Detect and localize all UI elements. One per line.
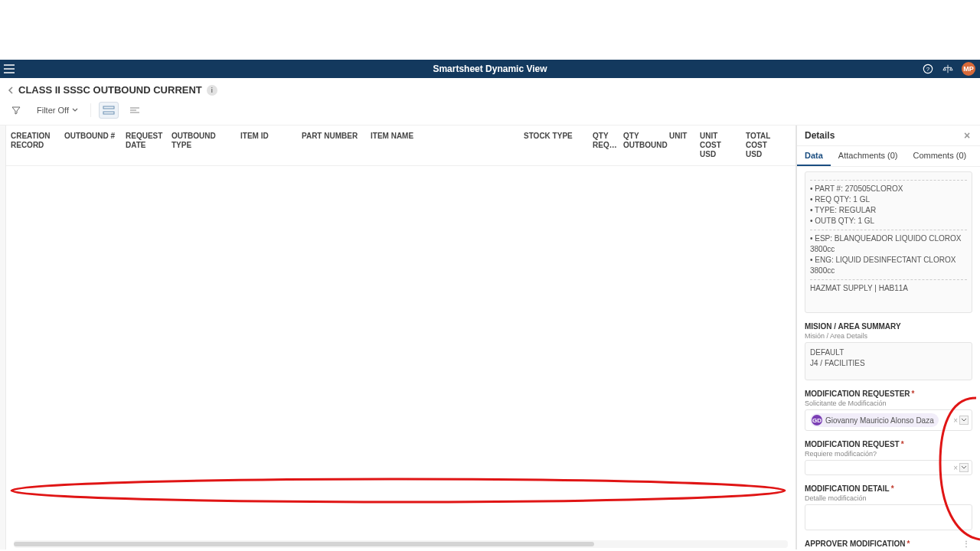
col-qty-req[interactable]: QTY REQ… [588,130,619,152]
dropdown-toggle[interactable] [959,463,969,472]
toolbar-divider [90,103,91,117]
avatar[interactable]: MP [962,62,975,76]
kebab-icon[interactable]: ⋮ [962,540,971,548]
col-part-number[interactable]: PART NUMBER [297,130,366,142]
col-unit[interactable]: UNIT [665,130,695,142]
tab-comments[interactable]: Comments (0) [905,146,974,166]
grid-body[interactable] [6,166,795,549]
horizontal-scrollbar[interactable] [14,540,788,548]
mod-requester-field[interactable]: GD Giovanny Mauricio Alonso Daza × [805,409,972,431]
summary-line: • REQ QTY: 1 GL [810,194,967,205]
details-tabs: Data Attachments (0) Comments (0) [797,146,980,167]
filter-label: Filter Off [37,106,69,115]
summary-line: • PART #: 270505CLOROX [810,184,967,194]
toolbar: Filter Off [0,99,980,126]
details-panel: Details × Data Attachments (0) Comments … [796,126,980,549]
svg-rect-3 [103,112,114,114]
col-stock-type[interactable]: STOCK TYPE [519,130,588,142]
summary-hazmat: HAZMAT SUPPLY | HAB11A [810,283,967,294]
clear-icon[interactable]: × [953,464,958,472]
mision-sublabel: Misión / Area Details [805,332,972,340]
mision-line2: J4 / FACILITIES [810,358,967,369]
details-header: Details × [797,126,980,146]
mod-detail-sublabel: Detalle modificación [805,494,972,502]
view-title-row: CLASS II SSSC OUTBOUND CURRENT i [0,78,980,99]
chip-avatar: GD [812,415,822,425]
approver-label: APPROVER MODIFICATION* ⋮ [805,540,972,548]
svg-text:?: ? [926,66,930,73]
clear-icon[interactable]: × [953,416,958,425]
top-spacer [0,0,980,60]
chevron-left-icon[interactable] [8,86,15,94]
mod-requester-sublabel: Solicitante de Modificación [805,399,972,407]
summary-desc-en: • ENG: LIQUID DESINFECTANT CLOROX 3800cc [810,255,967,276]
left-rail [0,126,6,549]
details-body[interactable]: • PART #: 270505CLOROX • REQ QTY: 1 GL •… [797,167,980,549]
scale-icon[interactable] [942,63,954,75]
mod-detail-label: MODIFICATION DETAIL* [805,484,972,493]
filter-toggle[interactable]: Filter Off [32,104,83,116]
summary-line: • TYPE: REGULAR [810,205,967,216]
help-icon[interactable]: ? [922,63,934,75]
app-header: Smartsheet Dynamic View ? MP [0,60,980,78]
grid-area: CREATION RECORD OUTBOUND # REQUEST DATE … [6,126,796,549]
grid-header-row: CREATION RECORD OUTBOUND # REQUEST DATE … [6,126,795,166]
summary-desc-es: • ESP: BLANQUEADOR LIQUIDO CLOROX 3800cc [810,233,967,255]
scrollbar-thumb[interactable] [14,542,594,546]
mod-request-label: MODIFICATION REQUEST* [805,440,972,448]
col-request-date[interactable]: REQUEST DATE [121,130,167,152]
col-outbound-number[interactable]: OUTBOUND # [60,130,121,142]
summary-box: • PART #: 270505CLOROX • REQ QTY: 1 GL •… [805,171,972,313]
mision-box: DEFAULT J4 / FACILITIES [805,342,972,380]
mod-request-field[interactable]: × [805,460,972,475]
mod-detail-field[interactable] [805,504,972,530]
filter-icon[interactable] [8,102,24,119]
wrap-text-button[interactable] [126,102,143,119]
col-qty-outbound[interactable]: QTY OUTBOUND [619,130,665,152]
mision-label: MISION / AREA SUMMARY [805,322,972,331]
tab-attachments[interactable]: Attachments (0) [831,146,906,166]
col-unit-cost[interactable]: UNIT COST USD [695,130,741,161]
details-title: Details [805,130,835,141]
contact-chip[interactable]: GD Giovanny Mauricio Alonso Daza [810,413,939,427]
mod-request-sublabel: Requiere modificación? [805,450,972,458]
hamburger-menu-icon[interactable] [0,60,18,78]
mision-line1: DEFAULT [810,347,967,358]
row-height-button[interactable] [99,102,119,119]
main: CREATION RECORD OUTBOUND # REQUEST DATE … [0,126,980,549]
info-icon[interactable]: i [207,85,217,96]
chip-name: Giovanny Mauricio Alonso Daza [825,416,934,425]
dropdown-toggle[interactable] [959,416,969,425]
summary-line: • OUTB QTY: 1 GL [810,216,967,227]
tab-data[interactable]: Data [797,146,831,166]
col-item-id[interactable]: ITEM ID [236,130,297,142]
col-creation-record[interactable]: CREATION RECORD [6,130,60,152]
view-title: CLASS II SSSC OUTBOUND CURRENT [18,84,202,96]
close-icon[interactable]: × [962,130,972,141]
col-item-name[interactable]: ITEM NAME [366,130,519,142]
col-total-cost[interactable]: TOTAL COST USD [741,130,779,161]
svg-rect-2 [103,106,114,109]
mod-requester-label: MODIFICATION REQUESTER* [805,390,972,398]
app-title: Smartsheet Dynamic View [433,64,547,74]
col-outbound-type[interactable]: OUTBOUND TYPE [167,130,236,152]
